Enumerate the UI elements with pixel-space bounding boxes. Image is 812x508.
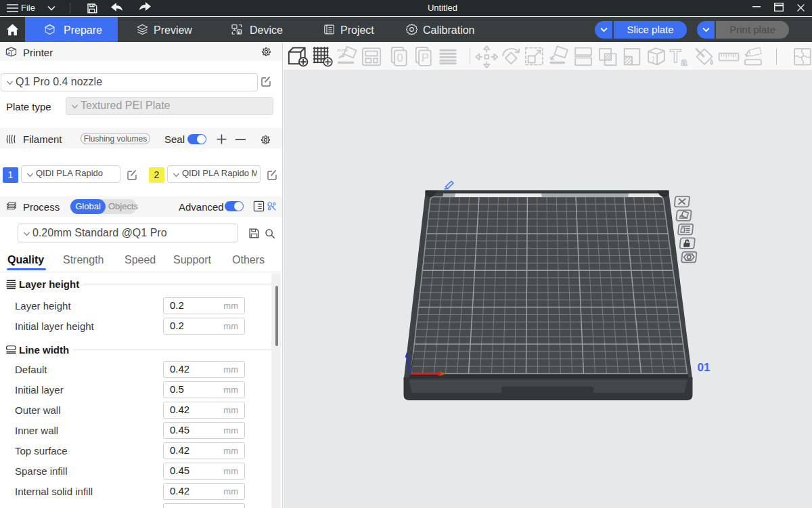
svg-text:01: 01	[698, 361, 710, 374]
svg-text:P: P	[422, 51, 429, 64]
svg-text:0: 0	[397, 51, 403, 64]
svg-text:T: T	[670, 45, 681, 66]
svg-text:a: a	[681, 56, 687, 68]
